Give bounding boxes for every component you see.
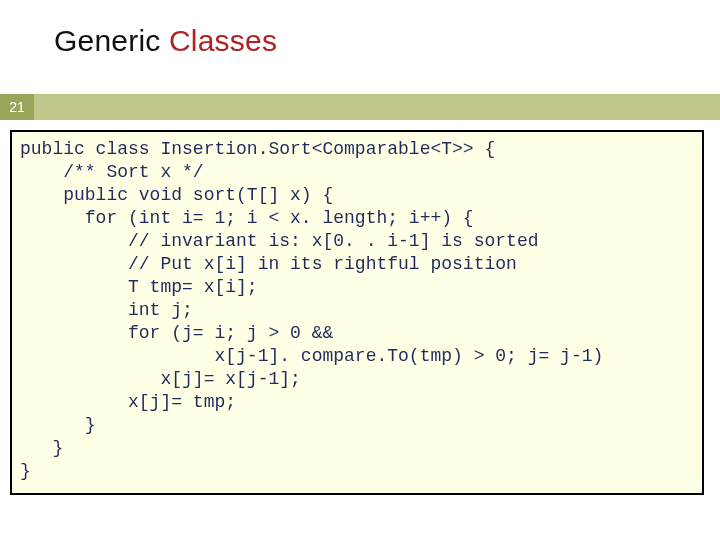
title-text-classes: Classes — [169, 24, 277, 57]
page-number-box: 21 — [0, 94, 34, 120]
code-text: public class Insertion.Sort<Comparable<T… — [20, 138, 694, 483]
title-text-generic: Generic — [54, 24, 169, 57]
page-number: 21 — [9, 99, 25, 115]
slide-title: Generic Classes — [54, 24, 277, 58]
code-block: public class Insertion.Sort<Comparable<T… — [10, 130, 704, 495]
header-stripe: 21 — [0, 94, 720, 120]
slide: Generic Classes 21 public class Insertio… — [0, 0, 720, 540]
